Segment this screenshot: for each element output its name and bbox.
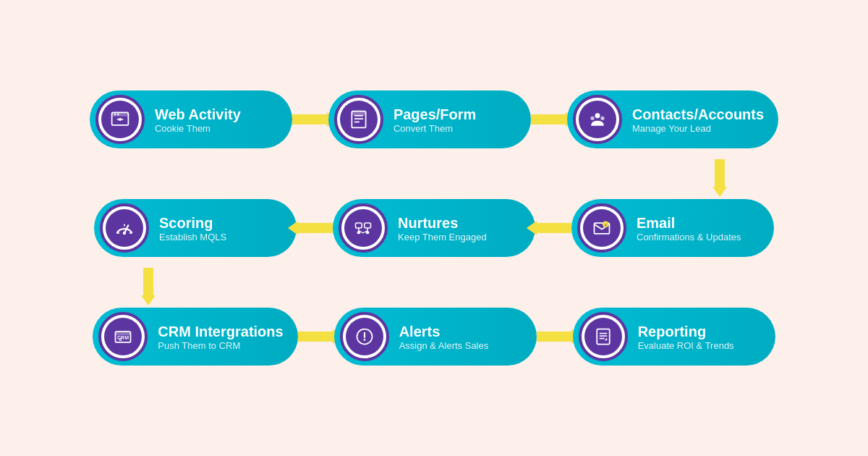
- connector-crm-alerts: [298, 332, 334, 342]
- svg-rect-18: [356, 223, 362, 228]
- crm-subtitle: Push Them to CRM: [158, 340, 283, 351]
- svg-rect-31: [116, 332, 131, 335]
- connector-2-3: [531, 114, 567, 124]
- svg-text:CRM: CRM: [117, 335, 129, 340]
- svg-point-10: [595, 113, 600, 118]
- connector-email-nurtures: [535, 223, 571, 233]
- nurtures-pill: Nurtures Keep Them Engaged: [333, 199, 535, 257]
- alerts-title: Alerts: [399, 323, 489, 340]
- email-pill: ✓ Email Confirmations & Updates: [571, 199, 774, 257]
- svg-point-11: [590, 117, 594, 120]
- alerts-icon-wrap: [340, 312, 389, 361]
- web-activity-pill: Web Activity Cookie Them: [90, 90, 292, 148]
- row-2: Scoring Establish MQLS: [36, 188, 832, 268]
- row-1: Web Activity Cookie Them: [36, 80, 832, 159]
- reporting-icon-wrap: [579, 312, 628, 361]
- svg-rect-20: [365, 223, 371, 228]
- arrow-down-left-icon: [141, 295, 156, 305]
- svg-point-14: [123, 232, 126, 235]
- nurtures-icon-wrap: [339, 203, 388, 253]
- svg-point-3: [117, 114, 119, 116]
- arrow-down-right-icon: [712, 187, 727, 197]
- alerts-text: Alerts Assign & Alerts Sales: [399, 323, 489, 351]
- alerts-svg-icon: [354, 326, 375, 347]
- v-connector-right: [36, 159, 832, 188]
- contacts-text: Contacts/Accounts Manage Your Lead: [632, 106, 764, 134]
- crm-text: CRM Intergrations Push Them to CRM: [158, 323, 283, 351]
- web-activity-icon: [101, 101, 139, 138]
- svg-text:✓: ✓: [604, 222, 608, 227]
- contacts-title: Contacts/Accounts: [632, 106, 764, 123]
- pages-form-title: Pages/Form: [393, 106, 476, 123]
- scoring-subtitle: Establish MQLS: [159, 232, 226, 242]
- reporting-title: Reporting: [638, 323, 734, 340]
- nurtures-text: Nurtures Keep Them Engaged: [398, 214, 487, 242]
- scoring-svg-icon: [114, 218, 135, 238]
- pages-form-pill: Pages/Form Convert Them: [328, 90, 531, 148]
- email-subtitle: Confirmations & Updates: [637, 232, 741, 242]
- email-icon-wrap: ✓: [577, 203, 626, 253]
- v-connector-bar-right: [715, 159, 725, 188]
- reporting-text: Reporting Evaluate ROI & Trends: [638, 323, 734, 351]
- svg-rect-37: [597, 329, 610, 345]
- reporting-icon: [584, 318, 622, 355]
- web-icon: [110, 109, 130, 130]
- connector-nurtures-scoring: [297, 223, 333, 233]
- contacts-icon-wrap: [573, 95, 622, 144]
- alerts-pill: Alerts Assign & Alerts Sales: [334, 308, 537, 366]
- email-icon: ✓: [583, 209, 621, 247]
- crm-pill: CRM CRM Intergrations Push Them to CRM: [93, 308, 297, 366]
- svg-point-12: [600, 117, 604, 120]
- v-connector-bar-left: [143, 268, 153, 297]
- form-icon: [349, 109, 369, 130]
- pages-form-text: Pages/Form Convert Them: [393, 106, 476, 134]
- pages-form-subtitle: Convert Them: [393, 123, 476, 134]
- scoring-pill: Scoring Establish MQLS: [94, 199, 297, 257]
- scoring-icon-wrap: [100, 203, 149, 253]
- svg-point-36: [363, 339, 365, 341]
- svg-point-2: [114, 114, 116, 116]
- v-connector-left: [36, 268, 832, 297]
- pages-form-icon: [340, 101, 378, 138]
- scoring-text: Scoring Establish MQLS: [159, 214, 226, 242]
- arrow-left-2-icon: [527, 221, 537, 235]
- row-3: CRM CRM Intergrations Push Them to CRM: [36, 297, 832, 376]
- crm-icon: CRM: [104, 318, 142, 355]
- reporting-subtitle: Evaluate ROI & Trends: [638, 340, 734, 351]
- contacts-svg-icon: [587, 109, 608, 130]
- alerts-icon: [346, 318, 383, 355]
- web-activity-title: Web Activity: [155, 106, 241, 123]
- svg-rect-9: [352, 111, 365, 115]
- web-activity-subtitle: Cookie Them: [155, 123, 241, 134]
- contacts-icon: [579, 101, 616, 138]
- arrow-left-1-icon: [288, 221, 298, 235]
- nurtures-svg-icon: [353, 218, 373, 238]
- web-activity-icon-wrap: [95, 95, 145, 144]
- alerts-subtitle: Assign & Alerts Sales: [399, 340, 489, 351]
- contacts-pill: Contacts/Accounts Manage Your Lead: [567, 90, 778, 148]
- crm-svg-icon: CRM: [113, 326, 133, 347]
- pages-form-icon-wrap: [334, 95, 383, 144]
- workflow-diagram: Web Activity Cookie Them: [36, 80, 832, 376]
- scoring-icon: [106, 209, 143, 247]
- reporting-svg-icon: [593, 326, 613, 347]
- crm-title: CRM Intergrations: [158, 323, 283, 340]
- nurtures-icon: [344, 209, 382, 247]
- reporting-pill: Reporting Evaluate ROI & Trends: [573, 308, 775, 366]
- crm-icon-wrap: CRM: [98, 312, 148, 361]
- email-svg-icon: ✓: [592, 218, 612, 238]
- email-title: Email: [637, 214, 741, 232]
- contacts-subtitle: Manage Your Lead: [632, 123, 764, 134]
- nurtures-title: Nurtures: [398, 214, 487, 232]
- connector-alerts-reporting: [537, 332, 573, 342]
- scoring-title: Scoring: [159, 214, 226, 232]
- nurtures-subtitle: Keep Them Engaged: [398, 232, 487, 242]
- web-activity-text: Web Activity Cookie Them: [155, 106, 241, 134]
- connector-1-2: [292, 114, 328, 124]
- email-text: Email Confirmations & Updates: [637, 214, 741, 242]
- svg-point-4: [119, 118, 122, 121]
